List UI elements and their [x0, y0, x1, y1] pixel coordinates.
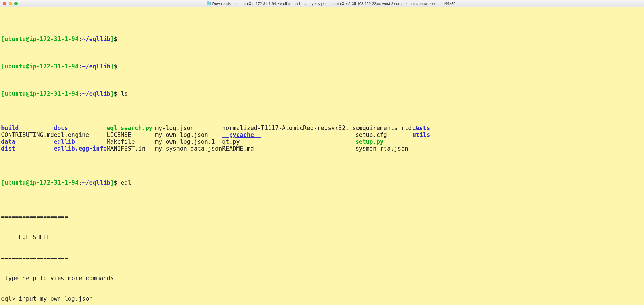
- ls-entry-file: eql.engine: [54, 131, 107, 138]
- prompt-line: [ubuntu@ip-172-31-1-94:~/eqllib]$ eql: [1, 179, 643, 186]
- ls-entry-file: LICENSE: [107, 131, 155, 138]
- prompt-sep: :: [79, 90, 82, 97]
- prompt-cwd: ~/eqllib: [82, 63, 110, 70]
- command-text: eql: [121, 179, 131, 186]
- ls-entry-dir: data: [1, 138, 54, 145]
- terminal[interactable]: [ubuntu@ip-172-31-1-94:~/eqllib]$ [ubunt…: [0, 7, 644, 305]
- maximize-icon[interactable]: [14, 2, 18, 5]
- prompt-userhost: ubuntu@ip-172-31-1-94: [5, 179, 78, 186]
- ls-entry-file: qt.py: [222, 138, 355, 145]
- window-controls: [3, 2, 18, 5]
- ls-entry-dir: utils: [412, 131, 643, 138]
- ls-entry-dir: docs: [54, 125, 107, 131]
- prompt-line: [ubuntu@ip-172-31-1-94:~/eqllib]$: [1, 63, 643, 70]
- ls-entry-exe: setup.py: [355, 138, 412, 145]
- ls-entry-file: CONTRIBUTING.md: [1, 131, 54, 138]
- ls-entry-dir: tests: [412, 125, 643, 131]
- prompt-bracket-open: [: [1, 179, 5, 186]
- prompt-userhost: ubuntu@ip-172-31-1-94: [5, 63, 78, 70]
- ls-entry-file: my-own-log.json.1: [155, 138, 222, 145]
- prompt-userhost: ubuntu@ip-172-31-1-94: [5, 36, 78, 42]
- ls-entry-file: my-log.json: [155, 125, 222, 131]
- prompt-sep: :: [79, 36, 82, 42]
- window-titlebar: Downloads — ubuntu@ip-172-31-1-94: ~/eql…: [0, 0, 644, 7]
- folder-icon: [207, 2, 211, 5]
- prompt-sep: :: [79, 63, 82, 70]
- prompt-bracket-open: [: [1, 63, 5, 70]
- ls-entry-file: setup.cfg: [355, 131, 412, 138]
- ls-entry-file: sysmon-rta.json: [355, 145, 412, 152]
- prompt-bracket-close: ]: [110, 36, 114, 42]
- ls-entry-dir: eqllib.egg-info: [54, 145, 107, 152]
- prompt-bracket-open: [: [1, 90, 5, 97]
- ls-entry-exe: eql_search.py: [107, 125, 155, 131]
- ls-entry-file: README.md: [222, 145, 355, 152]
- ls-entry-dir: build: [1, 125, 54, 131]
- command-text: ls: [121, 90, 128, 97]
- ls-entry-dir: dist: [1, 145, 54, 152]
- ls-output: build docs eql_search.py my-log.json nor…: [1, 125, 643, 152]
- window-title: Downloads — ubuntu@ip-172-31-1-94: ~/eql…: [212, 1, 456, 6]
- prompt-bracket-open: [: [1, 36, 5, 42]
- prompt-line: [ubuntu@ip-172-31-1-94:~/eqllib]$ ls: [1, 90, 643, 97]
- prompt-cwd: ~/eqllib: [82, 179, 110, 186]
- ls-entry-file: Makefile: [107, 138, 155, 145]
- close-icon[interactable]: [3, 2, 6, 5]
- prompt-symbol: $: [114, 90, 117, 97]
- eql-prompt-input: eql> input my-own-log.json: [1, 295, 643, 302]
- prompt-bracket-close: ]: [110, 179, 114, 186]
- ls-entry-file: normalized-T1117-AtomicRed-regsvr32.json: [222, 125, 355, 131]
- ls-entry-file: my-own-log.json: [155, 131, 222, 138]
- prompt-sep: :: [79, 179, 82, 186]
- eql-banner-title: EQL SHELL: [1, 234, 643, 241]
- minimize-icon[interactable]: [9, 2, 12, 5]
- prompt-bracket-close: ]: [110, 90, 114, 97]
- prompt-cwd: ~/eqllib: [82, 36, 110, 42]
- prompt-cwd: ~/eqllib: [82, 90, 110, 97]
- ls-entry-file: my-sysmon-data.json: [155, 145, 222, 152]
- ls-entry-file: requirements_rtd.txt: [355, 125, 412, 131]
- ls-entry-file: MANIFEST.in: [107, 145, 155, 152]
- prompt-symbol: $: [114, 63, 117, 70]
- prompt-line: [ubuntu@ip-172-31-1-94:~/eqllib]$: [1, 36, 643, 42]
- eql-banner-bar: ===================: [1, 254, 643, 261]
- ls-entry-dir: eqllib: [54, 138, 107, 145]
- eql-help-hint: type help to view more commands: [1, 275, 643, 282]
- window-title-wrap: Downloads — ubuntu@ip-172-31-1-94: ~/eql…: [21, 1, 641, 6]
- prompt-symbol: $: [114, 179, 117, 186]
- prompt-userhost: ubuntu@ip-172-31-1-94: [5, 90, 78, 97]
- prompt-symbol: $: [114, 36, 117, 42]
- ls-entry-link: __pycache__: [222, 131, 355, 138]
- eql-banner-bar: ===================: [1, 213, 643, 220]
- prompt-bracket-close: ]: [110, 63, 114, 70]
